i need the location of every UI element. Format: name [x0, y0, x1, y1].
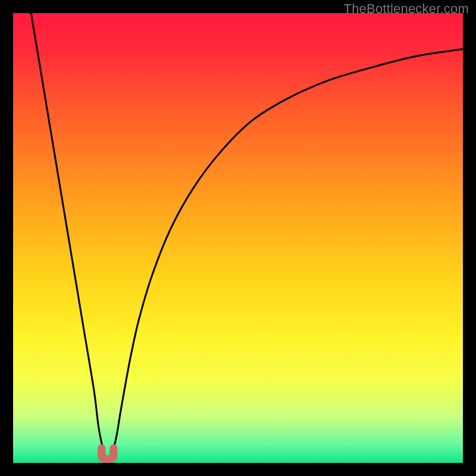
- bottleneck-chart: [13, 13, 463, 463]
- gradient-background: [13, 13, 463, 463]
- chart-frame: [13, 13, 463, 463]
- watermark-text: TheBottlenecker.com: [344, 1, 469, 17]
